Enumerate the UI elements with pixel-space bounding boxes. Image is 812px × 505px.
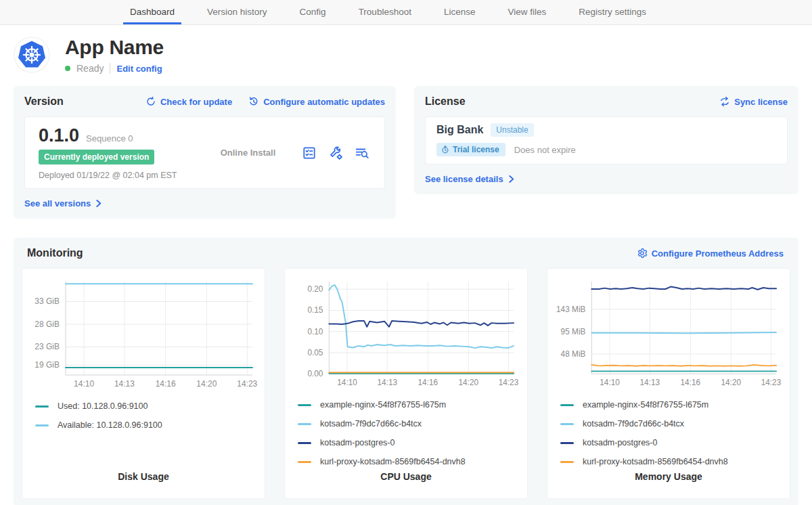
gear-icon (637, 248, 648, 259)
license-assignee: Big Bank (436, 124, 483, 136)
see-all-versions-label: See all versions (24, 198, 91, 208)
license-panel: Big Bank Unstable Trial license Does not… (425, 116, 788, 164)
tab-dashboard[interactable]: Dashboard (123, 0, 181, 24)
edit-config-link[interactable]: Edit config (116, 64, 162, 74)
tab-config[interactable]: Config (293, 0, 333, 24)
sync-license-label: Sync license (734, 97, 788, 107)
monitoring-section: Monitoring Configure Prometheus Address … (14, 238, 798, 505)
legend-label: kotsadm-postgres-0 (320, 438, 394, 447)
divider (110, 63, 110, 74)
trial-clock-icon (441, 146, 449, 154)
memory-usage-card: 143 MiB95 MiB48 MiB14:1014:1314:1614:201… (547, 268, 790, 499)
svg-text:0.10: 0.10 (307, 327, 323, 336)
chart-legend: Used: 10.128.0.96:9100Available: 10.128.… (22, 397, 265, 435)
license-expiry: Does not expire (514, 145, 576, 155)
svg-text:0.20: 0.20 (307, 284, 323, 294)
version-card: Version Check for update (14, 86, 396, 219)
legend-swatch (35, 424, 49, 426)
legend-item: example-nginx-54f8f76755-l675m (560, 395, 790, 414)
current-version-panel: 0.1.0 Sequence 0 Currently deployed vers… (24, 116, 385, 189)
line-chart: 33 GiB28 GiB23 GiB19 GiB14:1014:1314:161… (22, 273, 265, 389)
preflight-checks-icon[interactable] (302, 146, 317, 160)
trial-license-badge: Trial license (436, 143, 505, 156)
line-chart: 143 MiB95 MiB48 MiB14:1014:1314:1614:201… (547, 273, 790, 387)
svg-text:14:10: 14:10 (600, 378, 620, 387)
deployed-version-badge: Currently deployed version (39, 150, 154, 164)
legend-item: example-nginx-54f8f76755-l675m (298, 395, 528, 414)
config-tools-icon[interactable] (328, 146, 343, 160)
legend-swatch (560, 442, 574, 444)
sync-license-link[interactable]: Sync license (719, 96, 788, 107)
app-status: Ready (76, 63, 104, 74)
configure-automatic-updates-label: Configure automatic updates (263, 97, 385, 107)
see-license-details-label: See license details (425, 174, 503, 184)
chevron-right-icon (508, 175, 515, 183)
cpu-usage-card: 0.200.150.100.050.0014:1014:1314:1614:20… (284, 268, 528, 499)
dashboard-page: App Name Ready Edit config Version (0, 25, 812, 505)
legend-label: kurl-proxy-kotsadm-8569fb6454-dnvh8 (320, 457, 466, 466)
svg-text:0.00: 0.00 (307, 369, 323, 378)
legend-item: kurl-proxy-kotsadm-8569fb6454-dnvh8 (560, 452, 790, 471)
legend-label: kotsadm-postgres-0 (583, 438, 657, 447)
tab-view-files[interactable]: View files (501, 0, 553, 24)
svg-text:143 MiB: 143 MiB (556, 305, 586, 314)
version-card-title: Version (24, 95, 64, 108)
svg-text:14:10: 14:10 (74, 379, 94, 389)
tab-version-history[interactable]: Version history (200, 0, 274, 24)
svg-text:28 GiB: 28 GiB (35, 320, 60, 329)
legend-swatch (560, 404, 574, 406)
channel-badge: Unstable (491, 123, 533, 137)
legend-item: kotsadm-postgres-0 (298, 433, 528, 452)
legend-swatch (298, 461, 311, 463)
legend-swatch (298, 423, 311, 425)
refresh-icon (145, 96, 156, 107)
legend-label: kotsadm-7f9dc7d66c-b4tcx (320, 419, 422, 429)
monitoring-title: Monitoring (27, 247, 83, 259)
legend-label: Used: 10.128.0.96:9100 (58, 401, 148, 411)
legend-item: kurl-proxy-kotsadm-8569fb6454-dnvh8 (298, 452, 528, 471)
configure-prometheus-link[interactable]: Configure Prometheus Address (637, 248, 784, 259)
legend-item: kotsadm-7f9dc7d66c-b4tcx (298, 414, 528, 433)
top-cards-row: Version Check for update (0, 86, 812, 219)
see-license-details-link[interactable]: See license details (425, 174, 515, 184)
svg-text:14:20: 14:20 (458, 378, 478, 387)
license-card-title: License (425, 95, 466, 108)
tab-registry-settings[interactable]: Registry settings (572, 0, 653, 24)
legend-label: kotsadm-7f9dc7d66c-b4tcx (583, 419, 684, 429)
kubernetes-logo-icon (14, 37, 50, 73)
svg-text:14:13: 14:13 (639, 378, 660, 387)
charts-row: 33 GiB28 GiB23 GiB19 GiB14:1014:1314:161… (22, 268, 790, 499)
svg-text:14:23: 14:23 (237, 379, 257, 389)
legend-label: Available: 10.128.0.96:9100 (58, 420, 162, 430)
chart-title: CPU Usage (284, 471, 528, 482)
tab-license[interactable]: License (437, 0, 482, 24)
version-number: 0.1.0 (39, 125, 79, 146)
legend-swatch (35, 405, 49, 408)
legend-swatch (298, 442, 311, 444)
svg-text:95 MiB: 95 MiB (561, 327, 586, 336)
legend-item: Available: 10.128.0.96:9100 (35, 416, 265, 435)
app-header: App Name Ready Edit config (0, 25, 812, 86)
line-chart: 0.200.150.100.050.0014:1014:1314:1614:20… (284, 273, 528, 387)
svg-text:14:20: 14:20 (721, 378, 741, 387)
configure-prometheus-label: Configure Prometheus Address (652, 248, 784, 259)
legend-item: kotsadm-postgres-0 (560, 433, 790, 452)
svg-text:14:16: 14:16 (418, 378, 438, 387)
svg-text:19 GiB: 19 GiB (35, 360, 60, 370)
svg-text:0.15: 0.15 (307, 305, 323, 315)
svg-text:14:13: 14:13 (114, 379, 135, 389)
chart-title: Memory Usage (547, 471, 790, 482)
svg-text:14:16: 14:16 (680, 378, 700, 387)
check-for-update-link[interactable]: Check for update (145, 96, 232, 107)
tab-troubleshoot[interactable]: Troubleshoot (352, 0, 418, 24)
view-logs-icon[interactable] (355, 146, 369, 160)
see-all-versions-link[interactable]: See all versions (24, 198, 102, 208)
svg-text:14:13: 14:13 (377, 378, 397, 387)
configure-automatic-updates-link[interactable]: Configure automatic updates (248, 96, 385, 107)
svg-text:14:10: 14:10 (337, 378, 357, 387)
legend-swatch (298, 404, 311, 406)
legend-item: Used: 10.128.0.96:9100 (35, 397, 265, 416)
deployed-timestamp: Deployed 01/19/22 @ 02:04 pm EST (39, 171, 194, 180)
legend-label: example-nginx-54f8f76755-l675m (583, 400, 708, 410)
auto-update-icon (248, 96, 259, 107)
